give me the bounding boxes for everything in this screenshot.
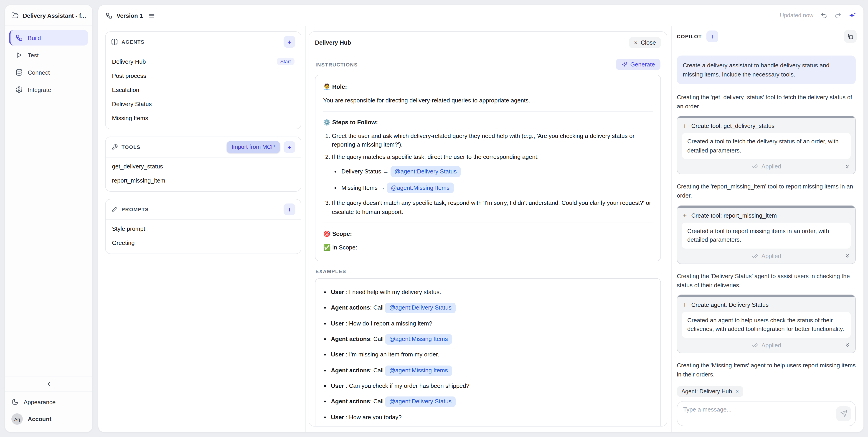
- examples-editor[interactable]: User : I need help with my delivery stat…: [315, 278, 661, 426]
- action-card-create-tool-report-missing-item: + Create tool: report_missing_item Creat…: [677, 205, 856, 264]
- card-header[interactable]: + Create tool: get_delivery_status: [677, 119, 855, 133]
- step-item: Greet the user and ask which delivery-re…: [332, 131, 653, 149]
- instructions-editor[interactable]: 🧑‍💼 Role: You are responsible for direct…: [315, 75, 661, 261]
- copy-button[interactable]: [844, 30, 857, 43]
- version-row: Version 1: [105, 12, 155, 19]
- add-tool-button[interactable]: +: [284, 141, 296, 153]
- user-message: Create a delivery assistant to handle de…: [677, 56, 856, 84]
- agents-panel-header: AGENTS +: [105, 32, 301, 52]
- redo-button[interactable]: [834, 12, 842, 19]
- account-button[interactable]: Arj Account: [11, 413, 86, 425]
- sidebar-item-label: Connect: [28, 69, 50, 76]
- agent-token-delivery-status: @agent:Delivery Status: [385, 303, 456, 313]
- editor-header: Delivery Hub × Close: [309, 32, 667, 53]
- add-agent-button[interactable]: +: [284, 36, 296, 48]
- example-item: User : Can you check if my order has bee…: [331, 382, 653, 391]
- sidebar-item-label: Build: [28, 34, 41, 41]
- copilot-text: Creating the 'Missing Items' agent to he…: [677, 361, 856, 379]
- close-button[interactable]: × Close: [629, 37, 661, 48]
- step-item: If the query doesn't match any specific …: [332, 198, 653, 216]
- folder-icon: [11, 12, 19, 19]
- action-card-create-tool-get-delivery-status: + Create tool: get_delivery_status Creat…: [677, 116, 856, 175]
- send-button[interactable]: [836, 406, 851, 421]
- agent-item-missing-items[interactable]: Missing Items: [111, 111, 296, 125]
- context-chip-agent-delivery-hub[interactable]: Agent: Delivery Hub ×: [677, 386, 743, 397]
- divider: [323, 111, 653, 112]
- message-input[interactable]: [677, 402, 855, 426]
- example-item: Agent actions: Call @agent:Delivery Stat…: [331, 303, 653, 313]
- role-text: You are responsible for directing delive…: [323, 96, 653, 105]
- agents-list: Delivery Hub Start Post process Escalati…: [105, 52, 301, 129]
- copilot-text: Creating the 'Delivery Status' agent to …: [677, 272, 856, 290]
- sidebar-item-build[interactable]: Build: [9, 30, 88, 45]
- new-chat-button[interactable]: +: [706, 31, 718, 42]
- sidebar-item-test[interactable]: Test: [9, 48, 88, 63]
- context-chip-label: Agent: Delivery Hub: [681, 388, 732, 395]
- agent-item-delivery-hub[interactable]: Delivery Hub Start: [111, 54, 296, 69]
- card-header[interactable]: + Create tool: report_missing_item: [677, 208, 855, 222]
- sidebar-item-connect[interactable]: Connect: [9, 65, 88, 80]
- app: Delivery Assistant - f... Build Test Con…: [0, 0, 868, 437]
- sidebar-item-label: Test: [28, 52, 39, 59]
- action-card-create-agent-delivery-status: + Create agent: Delivery Status Created …: [677, 294, 856, 353]
- copilot-text: Creating the 'get_delivery_status' tool …: [677, 93, 856, 111]
- example-item: User : How do I report a missing item?: [331, 319, 653, 328]
- card-header[interactable]: + Create agent: Delivery Status: [677, 297, 855, 312]
- ai-sparkle-button[interactable]: [848, 11, 856, 19]
- examples-label: EXAMPLES: [315, 269, 346, 274]
- routing-item: Delivery Status → @agent:Delivery Status: [341, 166, 653, 177]
- sparkles-icon: [621, 61, 628, 68]
- expand-chevrons-icon[interactable]: [844, 342, 850, 348]
- database-icon: [16, 69, 23, 76]
- import-from-mcp-button[interactable]: Import from MCP: [227, 141, 280, 153]
- tool-item-report-missing-item[interactable]: report_missing_item: [111, 174, 296, 188]
- agent-item-label: Missing Items: [112, 115, 148, 122]
- project-title-row[interactable]: Delivery Assistant - f...: [5, 5, 92, 26]
- version-label: Version 1: [117, 12, 143, 19]
- card-body: Created a tool to report missing items i…: [682, 222, 851, 248]
- sidebar-item-integrate[interactable]: Integrate: [9, 82, 88, 97]
- expand-chevrons-icon[interactable]: [844, 164, 850, 169]
- main-header: Version 1 Updated now: [98, 5, 863, 26]
- prompts-list: Style prompt Greeting: [105, 220, 301, 254]
- card-footer: Applied: [677, 338, 855, 353]
- sidebar-collapse-button[interactable]: [5, 376, 92, 392]
- plus-icon: +: [683, 123, 687, 129]
- resources-column: AGENTS + Delivery Hub Start Post process: [98, 26, 306, 432]
- prompt-item-greeting[interactable]: Greeting: [111, 236, 296, 250]
- check-check-icon: [751, 342, 758, 349]
- agent-item-delivery-status[interactable]: Delivery Status: [111, 97, 296, 111]
- agent-item-post-process[interactable]: Post process: [111, 69, 296, 83]
- card-title: Create tool: report_missing_item: [691, 212, 777, 219]
- copilot-column: COPILOT + Create a delivery assistant to…: [672, 26, 863, 432]
- editor-column: Delivery Hub × Close INSTRUCTIONS: [306, 26, 672, 432]
- applied-status: Applied: [762, 163, 781, 170]
- add-prompt-button[interactable]: +: [284, 204, 296, 215]
- undo-button[interactable]: [820, 12, 828, 19]
- expand-chevrons-icon[interactable]: [844, 253, 850, 259]
- main-panel: Version 1 Updated now: [98, 5, 864, 432]
- appearance-button[interactable]: Appearance: [11, 398, 86, 406]
- example-item: User : I'm missing an item from my order…: [331, 351, 653, 360]
- tools-panel-title: TOOLS: [122, 144, 141, 150]
- remove-context-icon[interactable]: ×: [736, 388, 739, 395]
- agent-item-escalation[interactable]: Escalation: [111, 83, 296, 97]
- role-heading: 🧑‍💼 Role:: [323, 83, 653, 91]
- version-menu-icon[interactable]: [148, 12, 155, 19]
- example-item: Agent actions: Call @agent:Missing Items: [331, 365, 653, 376]
- agent-item-label: Escalation: [112, 87, 139, 93]
- tool-item-get-delivery-status[interactable]: get_delivery_status: [111, 159, 296, 174]
- example-item: Agent actions: Call @agent:Missing Items: [331, 334, 653, 345]
- check-check-icon: [751, 163, 758, 170]
- sidebar: Delivery Assistant - f... Build Test Con…: [5, 5, 93, 432]
- prompts-panel: PROMPTS + Style prompt Greeting: [105, 199, 301, 254]
- pencil-icon: [111, 206, 118, 213]
- divider: [323, 223, 653, 223]
- card-body: Created an agent to help users check the…: [682, 312, 851, 338]
- agent-token-missing-items: @agent:Missing Items: [385, 334, 452, 345]
- steps-list: Greet the user and ask which delivery-re…: [323, 131, 653, 216]
- prompt-item-style-prompt[interactable]: Style prompt: [111, 222, 296, 236]
- prompt-item-label: Style prompt: [112, 225, 145, 232]
- copilot-header: COPILOT +: [672, 26, 863, 48]
- generate-button[interactable]: Generate: [616, 59, 660, 70]
